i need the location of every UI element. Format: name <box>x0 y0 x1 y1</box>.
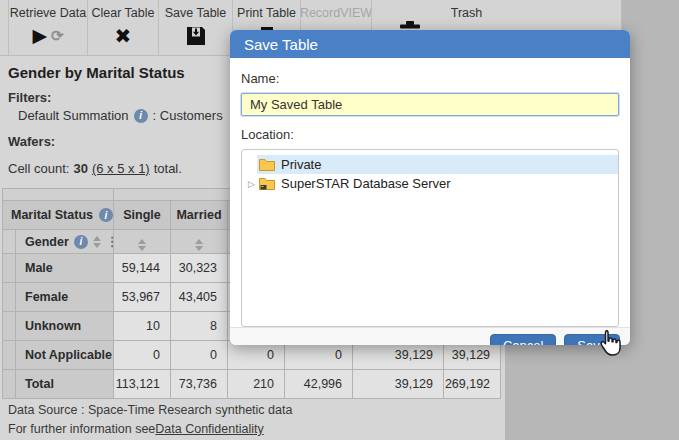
cell[interactable]: 43,405 <box>171 283 228 312</box>
confidentiality-note: For further information seeData Confiden… <box>8 420 292 439</box>
dialog-titlebar: Save Table <box>230 30 630 58</box>
cell[interactable]: 210 <box>228 370 285 399</box>
info-icon[interactable]: i <box>134 109 148 123</box>
filter-name: Default Summation <box>18 108 129 123</box>
retrieve-data-button[interactable]: Retrieve Data <box>8 0 87 55</box>
cell[interactable]: 30,323 <box>171 254 228 283</box>
row-label[interactable]: Male <box>16 254 113 282</box>
cell[interactable]: 113,121 <box>114 370 171 399</box>
save-table-label: Save Table <box>165 6 227 20</box>
dialog-body: Name: Location: Private <box>230 58 630 327</box>
save-table-dialog: Save Table Name: Location: Private <box>230 30 630 345</box>
dialog-footer: Cancel Save <box>230 327 630 345</box>
tree-item-private[interactable]: Private <box>242 155 618 174</box>
name-label: Name: <box>241 71 619 86</box>
row-dimension-header[interactable]: Marital Status i <box>3 208 113 222</box>
name-input[interactable] <box>241 93 619 116</box>
info-icon[interactable]: i <box>74 235 88 249</box>
tree-item-label: Private <box>281 157 321 172</box>
cell-count-prefix: Cell count: <box>8 161 69 176</box>
cell[interactable]: 0 <box>171 341 228 370</box>
info-icon[interactable]: i <box>99 208 113 222</box>
sub-dimension-header[interactable]: Gender i <box>16 230 114 253</box>
toolbar-spacer <box>0 0 8 55</box>
tree-item-label: SuperSTAR Database Server <box>281 176 451 191</box>
data-source-note: Data Source : Space-Time Research synthe… <box>8 401 292 420</box>
column-header-single[interactable]: Single <box>114 201 171 230</box>
clear-x-icon <box>115 26 132 47</box>
cell-count-line: Cell count: 30 (6 x 5 x 1) total. <box>8 161 182 176</box>
row-dimension-label: Marital Status <box>11 208 93 222</box>
indent-strip <box>3 230 16 253</box>
location-tree: Private SuperSTAR Database Server <box>241 149 619 327</box>
page-title: Gender by Marital Status <box>8 64 185 81</box>
row-label[interactable]: Unknown <box>16 312 113 340</box>
cancel-button[interactable]: Cancel <box>490 334 556 345</box>
filter-value: : Customers <box>153 108 223 123</box>
page-footer: Data Source : Space-Time Research synthe… <box>8 401 292 439</box>
cell[interactable]: 269,192 <box>444 370 501 399</box>
cell[interactable]: 59,144 <box>114 254 171 283</box>
row-label[interactable]: Female <box>16 283 113 311</box>
cell[interactable]: 0 <box>114 341 171 370</box>
clear-table-button[interactable]: Clear Table <box>87 0 158 55</box>
clear-table-label: Clear Table <box>91 6 154 20</box>
dialog-title: Save Table <box>244 36 318 53</box>
column-header-married[interactable]: Married <box>171 201 228 230</box>
save-floppy-icon <box>186 26 206 46</box>
cell[interactable]: 53,967 <box>114 283 171 312</box>
cell[interactable]: 8 <box>171 312 228 341</box>
recordview-label: RecordVIEW <box>300 6 372 20</box>
sub-dimension-label: Gender <box>25 235 69 249</box>
tree-item-superstar-server[interactable]: SuperSTAR Database Server <box>242 174 618 193</box>
row-label[interactable]: Total <box>16 370 113 398</box>
menu-dots-icon[interactable] <box>106 235 114 248</box>
sort-icon[interactable] <box>93 236 101 248</box>
server-folder-icon <box>259 177 275 190</box>
confidentiality-prefix: For further information see <box>8 422 155 436</box>
cell-count-suffix: total. <box>154 161 182 176</box>
wafers-heading: Wafers: <box>8 134 55 149</box>
data-confidentiality-link[interactable]: Data Confidentiality <box>155 422 263 436</box>
trash-label: Trash <box>451 6 483 20</box>
play-icon <box>32 26 47 46</box>
cell[interactable]: 39,129 <box>353 370 444 399</box>
cell[interactable]: 10 <box>114 312 171 341</box>
sort-icon[interactable] <box>138 239 146 251</box>
cell-count-value: 30 <box>73 161 87 176</box>
cell[interactable]: 73,736 <box>171 370 228 399</box>
folder-icon <box>259 158 275 171</box>
retrieve-data-label: Retrieve Data <box>10 6 86 20</box>
refresh-icon <box>51 27 64 45</box>
print-table-label: Print Table <box>237 6 296 20</box>
cell[interactable]: 42,996 <box>285 370 353 399</box>
save-table-button[interactable]: Save Table <box>158 0 232 55</box>
sort-icon[interactable] <box>195 239 203 251</box>
row-label[interactable]: Not Applicable <box>16 341 113 369</box>
location-label: Location: <box>241 127 619 142</box>
filter-line: Default Summation i : Customers <box>18 108 223 123</box>
cell-count-link[interactable]: (6 x 5 x 1) <box>92 161 150 176</box>
table-row-total: Total 113,121 73,736 210 42,996 39,129 2… <box>3 370 501 399</box>
hand-cursor-icon <box>596 329 624 363</box>
expand-arrow-icon[interactable] <box>246 179 257 189</box>
filters-heading: Filters: <box>8 90 51 105</box>
